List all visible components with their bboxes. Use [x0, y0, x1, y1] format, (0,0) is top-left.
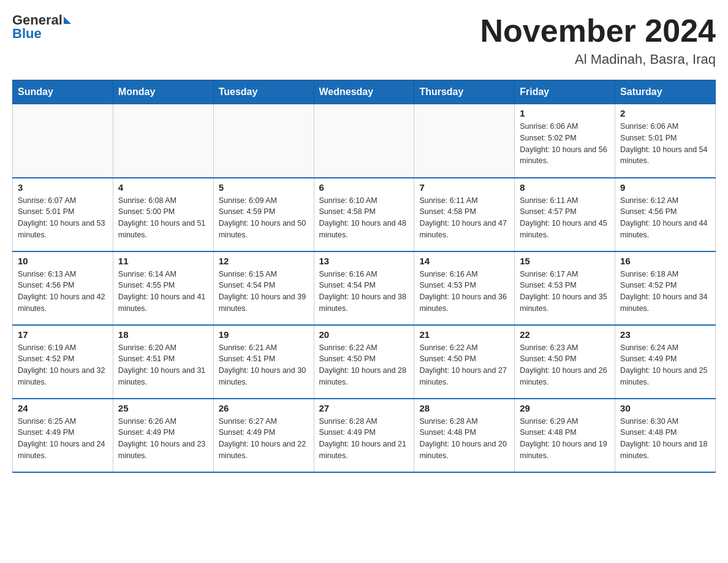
day-info: Sunrise: 6:07 AMSunset: 5:01 PMDaylight:…: [18, 195, 108, 241]
day-cell: 28Sunrise: 6:28 AMSunset: 4:48 PMDayligh…: [414, 399, 515, 472]
day-number: 10: [18, 256, 108, 266]
week-row-5: 24Sunrise: 6:25 AMSunset: 4:49 PMDayligh…: [13, 399, 716, 472]
day-info: Sunrise: 6:16 AMSunset: 4:54 PMDaylight:…: [319, 269, 409, 315]
day-info: Sunrise: 6:28 AMSunset: 4:48 PMDaylight:…: [419, 416, 509, 462]
week-row-2: 3Sunrise: 6:07 AMSunset: 5:01 PMDaylight…: [13, 178, 716, 251]
day-info: Sunrise: 6:30 AMSunset: 4:48 PMDaylight:…: [620, 416, 710, 462]
day-number: 11: [118, 256, 208, 266]
day-info: Sunrise: 6:14 AMSunset: 4:55 PMDaylight:…: [118, 269, 208, 315]
day-number: 2: [620, 108, 710, 118]
day-cell: 6Sunrise: 6:10 AMSunset: 4:58 PMDaylight…: [314, 178, 414, 251]
day-info: Sunrise: 6:23 AMSunset: 4:50 PMDaylight:…: [520, 342, 610, 388]
day-number: 8: [520, 182, 610, 193]
day-cell: 15Sunrise: 6:17 AMSunset: 4:53 PMDayligh…: [515, 251, 615, 325]
day-cell: 1Sunrise: 6:06 AMSunset: 5:02 PMDaylight…: [515, 104, 615, 178]
day-cell: [13, 104, 113, 178]
day-number: 6: [319, 182, 409, 193]
day-number: 3: [18, 182, 108, 193]
day-cell: 30Sunrise: 6:30 AMSunset: 4:48 PMDayligh…: [615, 399, 716, 472]
weekday-header-tuesday: Tuesday: [213, 80, 314, 104]
day-info: Sunrise: 6:18 AMSunset: 4:52 PMDaylight:…: [620, 269, 710, 315]
day-number: 5: [219, 182, 309, 193]
day-cell: 21Sunrise: 6:22 AMSunset: 4:50 PMDayligh…: [414, 325, 515, 399]
day-info: Sunrise: 6:11 AMSunset: 4:58 PMDaylight:…: [419, 195, 509, 241]
day-cell: 16Sunrise: 6:18 AMSunset: 4:52 PMDayligh…: [615, 251, 716, 325]
calendar-body: 1Sunrise: 6:06 AMSunset: 5:02 PMDaylight…: [13, 104, 716, 472]
day-cell: 14Sunrise: 6:16 AMSunset: 4:53 PMDayligh…: [414, 251, 515, 325]
day-number: 15: [520, 256, 610, 266]
day-cell: 8Sunrise: 6:11 AMSunset: 4:57 PMDaylight…: [515, 178, 615, 251]
day-info: Sunrise: 6:09 AMSunset: 4:59 PMDaylight:…: [219, 195, 309, 241]
day-info: Sunrise: 6:17 AMSunset: 4:53 PMDaylight:…: [520, 269, 610, 315]
day-cell: [414, 104, 515, 178]
day-cell: 18Sunrise: 6:20 AMSunset: 4:51 PMDayligh…: [113, 325, 213, 399]
weekday-header-friday: Friday: [515, 80, 615, 104]
day-info: Sunrise: 6:25 AMSunset: 4:49 PMDaylight:…: [18, 416, 108, 462]
weekday-header-monday: Monday: [113, 80, 213, 104]
day-info: Sunrise: 6:22 AMSunset: 4:50 PMDaylight:…: [319, 342, 409, 388]
day-number: 23: [620, 329, 710, 340]
day-cell: 19Sunrise: 6:21 AMSunset: 4:51 PMDayligh…: [213, 325, 314, 399]
day-number: 21: [419, 329, 509, 340]
calendar-table: SundayMondayTuesdayWednesdayThursdayFrid…: [12, 80, 716, 473]
day-cell: 20Sunrise: 6:22 AMSunset: 4:50 PMDayligh…: [314, 325, 414, 399]
week-row-1: 1Sunrise: 6:06 AMSunset: 5:02 PMDaylight…: [13, 104, 716, 178]
day-cell: 10Sunrise: 6:13 AMSunset: 4:56 PMDayligh…: [13, 251, 113, 325]
week-row-4: 17Sunrise: 6:19 AMSunset: 4:52 PMDayligh…: [13, 325, 716, 399]
day-info: Sunrise: 6:24 AMSunset: 4:49 PMDaylight:…: [620, 342, 710, 388]
day-number: 27: [319, 403, 409, 413]
day-info: Sunrise: 6:16 AMSunset: 4:53 PMDaylight:…: [419, 269, 509, 315]
day-number: 1: [520, 108, 610, 118]
day-cell: 24Sunrise: 6:25 AMSunset: 4:49 PMDayligh…: [13, 399, 113, 472]
day-info: Sunrise: 6:11 AMSunset: 4:57 PMDaylight:…: [520, 195, 610, 241]
day-number: 26: [219, 403, 309, 413]
logo: General Blue: [12, 12, 71, 42]
day-cell: 29Sunrise: 6:29 AMSunset: 4:48 PMDayligh…: [515, 399, 615, 472]
day-info: Sunrise: 6:28 AMSunset: 4:49 PMDaylight:…: [319, 416, 409, 462]
day-number: 29: [520, 403, 610, 413]
day-info: Sunrise: 6:06 AMSunset: 5:02 PMDaylight:…: [520, 121, 610, 167]
day-cell: [113, 104, 213, 178]
day-cell: 26Sunrise: 6:27 AMSunset: 4:49 PMDayligh…: [213, 399, 314, 472]
logo-triangle-icon: [64, 17, 71, 24]
day-cell: 22Sunrise: 6:23 AMSunset: 4:50 PMDayligh…: [515, 325, 615, 399]
day-number: 13: [319, 256, 409, 266]
day-number: 4: [118, 182, 208, 193]
month-title: November 2024: [480, 12, 716, 49]
day-cell: 5Sunrise: 6:09 AMSunset: 4:59 PMDaylight…: [213, 178, 314, 251]
day-info: Sunrise: 6:10 AMSunset: 4:58 PMDaylight:…: [319, 195, 409, 241]
weekday-row: SundayMondayTuesdayWednesdayThursdayFrid…: [13, 80, 716, 104]
day-number: 22: [520, 329, 610, 340]
day-info: Sunrise: 6:20 AMSunset: 4:51 PMDaylight:…: [118, 342, 208, 388]
day-number: 14: [419, 256, 509, 266]
week-row-3: 10Sunrise: 6:13 AMSunset: 4:56 PMDayligh…: [13, 251, 716, 325]
day-number: 7: [419, 182, 509, 193]
day-number: 25: [118, 403, 208, 413]
day-cell: 13Sunrise: 6:16 AMSunset: 4:54 PMDayligh…: [314, 251, 414, 325]
day-cell: 23Sunrise: 6:24 AMSunset: 4:49 PMDayligh…: [615, 325, 716, 399]
day-number: 16: [620, 256, 710, 266]
day-info: Sunrise: 6:15 AMSunset: 4:54 PMDaylight:…: [219, 269, 309, 315]
day-info: Sunrise: 6:21 AMSunset: 4:51 PMDaylight:…: [219, 342, 309, 388]
day-cell: 12Sunrise: 6:15 AMSunset: 4:54 PMDayligh…: [213, 251, 314, 325]
calendar-header: SundayMondayTuesdayWednesdayThursdayFrid…: [13, 80, 716, 104]
location-title: Al Madinah, Basra, Iraq: [480, 52, 716, 67]
day-cell: 9Sunrise: 6:12 AMSunset: 4:56 PMDaylight…: [615, 178, 716, 251]
weekday-header-saturday: Saturday: [615, 80, 716, 104]
day-number: 9: [620, 182, 710, 193]
day-number: 19: [219, 329, 309, 340]
day-number: 18: [118, 329, 208, 340]
day-number: 24: [18, 403, 108, 413]
day-cell: 3Sunrise: 6:07 AMSunset: 5:01 PMDaylight…: [13, 178, 113, 251]
day-number: 30: [620, 403, 710, 413]
day-info: Sunrise: 6:27 AMSunset: 4:49 PMDaylight:…: [219, 416, 309, 462]
weekday-header-thursday: Thursday: [414, 80, 515, 104]
day-cell: [314, 104, 414, 178]
day-info: Sunrise: 6:26 AMSunset: 4:49 PMDaylight:…: [118, 416, 208, 462]
day-info: Sunrise: 6:13 AMSunset: 4:56 PMDaylight:…: [18, 269, 108, 315]
day-number: 17: [18, 329, 108, 340]
day-info: Sunrise: 6:22 AMSunset: 4:50 PMDaylight:…: [419, 342, 509, 388]
day-number: 12: [219, 256, 309, 266]
day-cell: 11Sunrise: 6:14 AMSunset: 4:55 PMDayligh…: [113, 251, 213, 325]
day-info: Sunrise: 6:19 AMSunset: 4:52 PMDaylight:…: [18, 342, 108, 388]
